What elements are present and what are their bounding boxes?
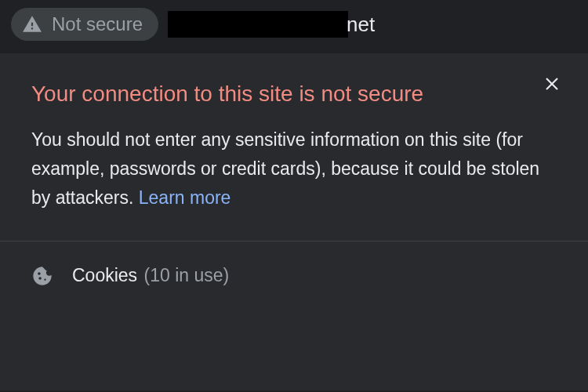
cookies-label: Cookies	[72, 265, 137, 285]
cookies-row[interactable]: Cookies (10 in use)	[0, 241, 588, 310]
warning-triangle-icon	[22, 14, 42, 34]
security-chip-label: Not secure	[52, 13, 143, 35]
learn-more-link[interactable]: Learn more	[139, 187, 231, 208]
close-button[interactable]	[538, 71, 566, 99]
url-suffix: net	[347, 13, 375, 37]
security-chip[interactable]: Not secure	[11, 8, 158, 41]
site-info-popup: Your connection to this site is not secu…	[0, 53, 588, 390]
address-bar-area: Not secure net	[0, 0, 588, 45]
warning-body: You should not enter any sensitive infor…	[31, 125, 557, 212]
url-redacted-segment	[168, 11, 348, 38]
cookies-text: Cookies (10 in use)	[72, 265, 229, 286]
warning-title: Your connection to this site is not secu…	[31, 80, 557, 108]
warning-body-text: You should not enter any sensitive infor…	[31, 129, 539, 208]
close-icon	[543, 74, 561, 96]
url-display[interactable]: net	[168, 11, 577, 38]
cookies-count: (10 in use)	[144, 265, 230, 285]
cookie-icon	[31, 265, 53, 287]
popup-main-section: Your connection to this site is not secu…	[0, 53, 588, 241]
